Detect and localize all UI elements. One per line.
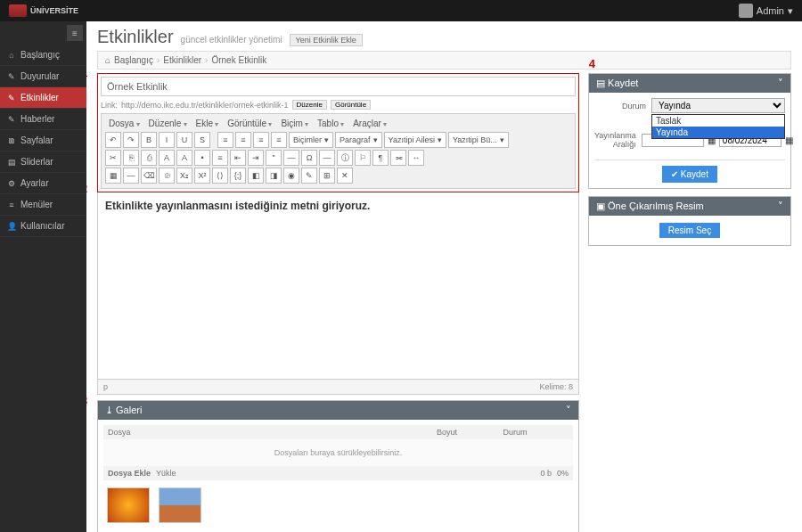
toolbar-button[interactable]: ◉ bbox=[283, 168, 299, 184]
menu-tablo[interactable]: Tablo bbox=[314, 117, 348, 130]
toolbar-button[interactable]: ⇤ bbox=[230, 150, 246, 166]
align-button[interactable]: ≡ bbox=[235, 132, 251, 148]
annotation-1: 1 bbox=[86, 66, 87, 79]
toolbar-button[interactable]: ✕ bbox=[337, 168, 353, 184]
sidebar-icon: ⌂ bbox=[7, 51, 16, 60]
calendar-icon[interactable]: ▦ bbox=[785, 135, 793, 145]
sidebar-item-sayfalar[interactable]: 🗎Sayfalar bbox=[0, 130, 86, 151]
toolbar-button[interactable]: • bbox=[194, 150, 210, 166]
dropzone[interactable]: Dosyaları buraya sürükleyebilirsiniz. bbox=[103, 439, 573, 466]
total-size: 0 b bbox=[540, 469, 552, 478]
select-para[interactable]: Paragraf ▾ bbox=[335, 132, 382, 148]
sidebar-toggle[interactable]: ≡ bbox=[67, 25, 83, 41]
toolbar-button[interactable]: ⓘ bbox=[337, 150, 353, 166]
toolbar-button[interactable]: ⎙ bbox=[141, 150, 157, 166]
toolbar-button[interactable]: ⇥ bbox=[248, 150, 264, 166]
durum-label: Durum bbox=[594, 102, 646, 110]
toolbar-button[interactable]: — bbox=[123, 168, 139, 184]
permalink: http://demo.ikc.edu.tr/etkinlikler/ornek… bbox=[121, 101, 289, 110]
sidebar-label: Ayarlar bbox=[20, 178, 49, 188]
toolbar-button[interactable]: ⊞ bbox=[319, 168, 335, 184]
toolbar-button[interactable]: ⎚ bbox=[159, 168, 175, 184]
toolbar-button[interactable]: S bbox=[194, 132, 210, 148]
toolbar-button[interactable]: I bbox=[159, 132, 175, 148]
toolbar-button[interactable]: — bbox=[283, 150, 299, 166]
toolbar-button[interactable]: ↶ bbox=[105, 132, 121, 148]
sidebar-item-sliderlar[interactable]: ▤Sliderlar bbox=[0, 151, 86, 173]
toolbar-button[interactable]: ◨ bbox=[266, 168, 282, 184]
toolbar-button[interactable]: B bbox=[141, 132, 157, 148]
sidebar-item-menüler[interactable]: ≡Menüler bbox=[0, 194, 86, 216]
menu-düzenle[interactable]: Düzenle bbox=[145, 117, 191, 130]
select-size[interactable]: Yazıtipi Bü... ▾ bbox=[448, 132, 509, 148]
select-image-button[interactable]: Resim Seç bbox=[659, 223, 720, 238]
breadcrumb-home[interactable]: Başlangıç bbox=[114, 55, 153, 65]
thumbnail-2[interactable] bbox=[159, 487, 201, 523]
add-file-button[interactable]: Dosya Ekle bbox=[108, 469, 151, 478]
sidebar-item-başlangıç[interactable]: ⌂Başlangıç bbox=[0, 45, 86, 66]
menu-araçlar[interactable]: Araçlar bbox=[349, 117, 390, 130]
align-button[interactable]: ≡ bbox=[271, 132, 287, 148]
toolbar-button[interactable]: ≡ bbox=[212, 150, 228, 166]
select-bicim[interactable]: Biçimler ▾ bbox=[289, 132, 333, 148]
toolbar-button[interactable]: ⟨⟩ bbox=[212, 168, 228, 184]
collapse-icon[interactable]: ˅ bbox=[778, 201, 783, 212]
gallery-title: Galeri bbox=[116, 405, 142, 415]
range-label: Yayınlanma Aralığı bbox=[594, 131, 636, 149]
user-menu[interactable]: Admin ▾ bbox=[739, 4, 793, 18]
toolbar-button[interactable]: — bbox=[319, 150, 335, 166]
home-icon: ⌂ bbox=[105, 55, 110, 65]
toolbar-button[interactable]: ⫘ bbox=[390, 150, 406, 166]
sidebar-label: Etkinlikler bbox=[20, 93, 59, 102]
toolbar-button[interactable]: ↷ bbox=[123, 132, 139, 148]
select-font[interactable]: Yazıtipi Ailesi ▾ bbox=[384, 132, 446, 148]
collapse-icon[interactable]: ˅ bbox=[778, 78, 783, 89]
status-option-yayinda[interactable]: Yayında bbox=[652, 127, 784, 138]
upload-button[interactable]: Yükle bbox=[156, 469, 176, 478]
toolbar-button[interactable]: ¶ bbox=[372, 150, 389, 166]
sidebar-item-etkinlikler[interactable]: ✎Etkinlikler bbox=[0, 87, 86, 109]
sidebar-item-ayarlar[interactable]: ⚙Ayarlar bbox=[0, 173, 86, 194]
status-select[interactable]: Yayında bbox=[651, 98, 785, 113]
view-link-button[interactable]: Görüntüle bbox=[331, 100, 371, 110]
toolbar-button[interactable]: ✂ bbox=[105, 150, 121, 166]
sidebar-item-kullanıcılar[interactable]: 👤Kullanıcılar bbox=[0, 216, 86, 237]
new-event-button[interactable]: Yeni Etkinlik Ekle bbox=[290, 34, 363, 46]
sidebar-item-duyurular[interactable]: ✎Duyurular bbox=[0, 66, 86, 87]
sidebar-item-haberler[interactable]: ✎Haberler bbox=[0, 109, 86, 130]
toolbar-button[interactable]: ↔ bbox=[408, 150, 424, 166]
align-button[interactable]: ≡ bbox=[253, 132, 269, 148]
status-option-taslak[interactable]: Taslak bbox=[652, 115, 784, 127]
toolbar-button[interactable]: ✎ bbox=[301, 168, 317, 184]
editor-content[interactable]: Etkinlikte yayınlanmasını istediğiniz me… bbox=[97, 192, 579, 380]
brand-logo: ÜNİVERSİTE bbox=[9, 4, 78, 17]
toolbar-button[interactable]: A bbox=[176, 150, 192, 166]
save-button[interactable]: ✔ Kaydet bbox=[662, 166, 717, 183]
toolbar-button[interactable]: X₂ bbox=[176, 168, 192, 184]
status-dropdown: Taslak Yayında bbox=[651, 114, 785, 139]
toolbar-button[interactable]: ⎘ bbox=[123, 150, 139, 166]
col-size: Boyut bbox=[432, 425, 499, 439]
edit-link-button[interactable]: Düzenle bbox=[292, 100, 327, 110]
toolbar-button[interactable]: A bbox=[159, 150, 175, 166]
toolbar-button[interactable]: " bbox=[266, 150, 282, 166]
sidebar-label: Başlangıç bbox=[20, 50, 60, 60]
title-input[interactable] bbox=[101, 77, 576, 96]
menu-dosya[interactable]: Dosya bbox=[105, 117, 143, 130]
menu-biçim[interactable]: Biçim bbox=[277, 117, 312, 130]
sidebar-icon: ⚙ bbox=[7, 179, 16, 188]
align-button[interactable]: ≡ bbox=[217, 132, 233, 148]
thumbnail-1[interactable] bbox=[107, 487, 150, 523]
toolbar-button[interactable]: ⚐ bbox=[355, 150, 371, 166]
menu-görüntüle[interactable]: Görüntüle bbox=[224, 117, 275, 130]
toolbar-button[interactable]: Ω bbox=[301, 150, 317, 166]
menu-ekle[interactable]: Ekle bbox=[192, 117, 223, 130]
collapse-icon[interactable]: ˅ bbox=[566, 405, 571, 416]
toolbar-button[interactable]: X² bbox=[194, 168, 210, 184]
toolbar-button[interactable]: ⌫ bbox=[141, 168, 157, 184]
toolbar-button[interactable]: {;} bbox=[230, 168, 246, 184]
toolbar-button[interactable]: ▦ bbox=[105, 168, 121, 184]
breadcrumb-section[interactable]: Etkinlikler bbox=[163, 55, 201, 65]
toolbar-button[interactable]: U bbox=[176, 132, 192, 148]
toolbar-button[interactable]: ◧ bbox=[248, 168, 264, 184]
